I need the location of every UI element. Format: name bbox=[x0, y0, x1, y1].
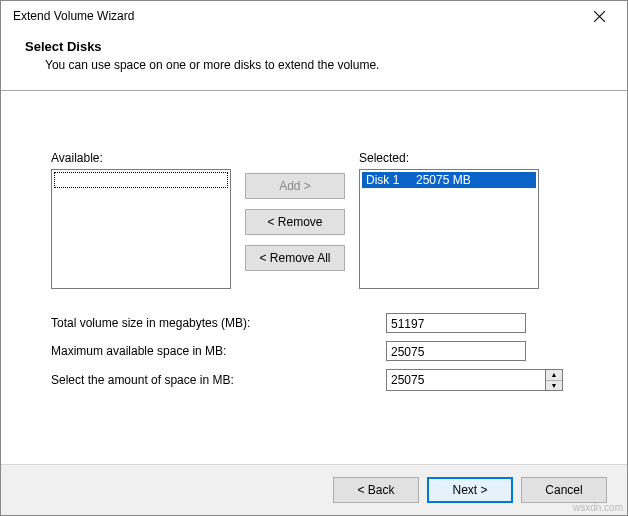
selected-label: Selected: bbox=[359, 151, 539, 165]
max-space-label: Maximum available space in MB: bbox=[51, 344, 386, 358]
available-label: Available: bbox=[51, 151, 231, 165]
close-icon bbox=[594, 11, 605, 22]
select-space-label: Select the amount of space in MB: bbox=[51, 373, 386, 387]
total-size-value: 51197 bbox=[386, 313, 526, 333]
available-listbox[interactable] bbox=[51, 169, 231, 289]
total-size-row: Total volume size in megabytes (MB): 511… bbox=[51, 313, 577, 333]
next-button[interactable]: Next > bbox=[427, 477, 513, 503]
spinner-buttons: ▲ ▼ bbox=[545, 369, 563, 391]
remove-all-button[interactable]: < Remove All bbox=[245, 245, 345, 271]
spinner-up-button[interactable]: ▲ bbox=[546, 370, 562, 381]
max-space-value: 25075 bbox=[386, 341, 526, 361]
remove-button[interactable]: < Remove bbox=[245, 209, 345, 235]
select-space-spinner: ▲ ▼ bbox=[386, 369, 563, 391]
page-subtitle: You can use space on one or more disks t… bbox=[25, 58, 603, 72]
wizard-window: Extend Volume Wizard Select Disks You ca… bbox=[0, 0, 628, 516]
close-button[interactable] bbox=[579, 2, 619, 30]
selected-listbox[interactable]: Disk 1 25075 MB bbox=[359, 169, 539, 289]
titlebar: Extend Volume Wizard bbox=[1, 1, 627, 31]
cancel-button[interactable]: Cancel bbox=[521, 477, 607, 503]
selected-disk-item[interactable]: Disk 1 25075 MB bbox=[362, 172, 536, 188]
disk-picker: Available: Add > < Remove < Remove All S… bbox=[51, 151, 577, 289]
available-column: Available: bbox=[51, 151, 231, 289]
wizard-footer: < Back Next > Cancel bbox=[1, 464, 627, 515]
size-fields: Total volume size in megabytes (MB): 511… bbox=[51, 313, 577, 391]
select-space-row: Select the amount of space in MB: ▲ ▼ bbox=[51, 369, 577, 391]
select-space-input[interactable] bbox=[386, 369, 545, 391]
wizard-header: Select Disks You can use space on one or… bbox=[1, 31, 627, 90]
page-title: Select Disks bbox=[25, 39, 603, 54]
add-button[interactable]: Add > bbox=[245, 173, 345, 199]
selected-column: Selected: Disk 1 25075 MB bbox=[359, 151, 539, 289]
available-focus-rect bbox=[54, 172, 228, 188]
window-title: Extend Volume Wizard bbox=[9, 9, 579, 23]
spinner-down-button[interactable]: ▼ bbox=[546, 381, 562, 391]
content-area: Available: Add > < Remove < Remove All S… bbox=[1, 91, 627, 464]
total-size-label: Total volume size in megabytes (MB): bbox=[51, 316, 386, 330]
transfer-buttons: Add > < Remove < Remove All bbox=[245, 151, 345, 271]
back-button[interactable]: < Back bbox=[333, 477, 419, 503]
max-space-row: Maximum available space in MB: 25075 bbox=[51, 341, 577, 361]
